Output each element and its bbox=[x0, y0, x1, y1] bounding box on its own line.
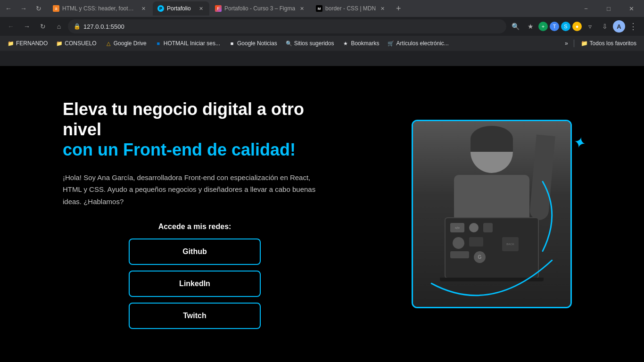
twitch-button[interactable]: Twitch bbox=[129, 303, 261, 329]
nav-refresh-button[interactable]: ↻ bbox=[36, 19, 50, 33]
sparkle-icon: ✦ bbox=[571, 132, 588, 153]
more-options-button[interactable]: ⋮ bbox=[626, 19, 640, 33]
hero-section: Eleva tu negocio digital a otro nivel co… bbox=[63, 99, 581, 329]
maximize-button[interactable]: □ bbox=[598, 0, 619, 17]
extension-yellow-icon[interactable]: ● bbox=[572, 22, 582, 31]
tab-favicon-portafolio: P bbox=[157, 5, 164, 12]
bookmark-label: Sitios sugeridos bbox=[294, 40, 334, 47]
profile-avatar[interactable]: A bbox=[613, 20, 625, 33]
networks-label: Accede a mis redes: bbox=[63, 222, 327, 231]
star-icon: ★ bbox=[342, 40, 349, 47]
new-tab-button[interactable]: + bbox=[392, 2, 405, 15]
more-bookmarks-icon: » bbox=[565, 40, 568, 47]
tab-portafolio[interactable]: P Portafolio ✕ bbox=[153, 1, 209, 16]
nav-back-button[interactable]: ← bbox=[4, 19, 18, 33]
hero-right-content: ✦ </> bbox=[412, 120, 581, 308]
profile-image: </> G BACK bbox=[413, 121, 570, 307]
bookmark-fernando[interactable]: 📁 FERNANDO bbox=[4, 38, 51, 49]
url-field[interactable]: 🔒 127.0.0.1:5500 bbox=[68, 19, 506, 33]
extension-translate-icon[interactable]: T bbox=[550, 22, 559, 31]
back-button[interactable]: ← bbox=[2, 2, 15, 15]
all-favorites-button[interactable]: 📁 Todos los favoritos bbox=[577, 38, 640, 49]
hero-left-content: Eleva tu negocio digital a otro nivel co… bbox=[63, 99, 327, 329]
hero-description: ¡Hola! Soy Ana García, desarrolladora Fr… bbox=[63, 172, 327, 208]
social-buttons-container: Github LinkedIn Twitch bbox=[63, 239, 327, 329]
all-favorites-label: Todos los favoritos bbox=[590, 40, 636, 47]
tab-close-html-css[interactable]: ✕ bbox=[140, 5, 147, 12]
bookmarks-bar: 📁 FERNANDO 📁 CONSUELO △ Google Drive ■ H… bbox=[0, 36, 644, 51]
tab-html-css[interactable]: a HTML y CSS: header, footer y v... ✕ bbox=[48, 1, 152, 16]
forward-button[interactable]: → bbox=[17, 2, 30, 15]
folder-icon: 📁 bbox=[8, 40, 14, 47]
hero-title-white: Eleva tu negocio digital a otro nivel bbox=[63, 99, 304, 139]
tab-title-figma: Portafolio - Curso 3 – Figma bbox=[224, 5, 295, 12]
folder-favorites-icon: 📁 bbox=[581, 40, 588, 47]
tab-favicon-figma: F bbox=[215, 5, 222, 12]
url-text: 127.0.0.1:5500 bbox=[83, 23, 501, 30]
tab-favicon-mdn: M bbox=[316, 5, 322, 12]
bookmark-articulos[interactable]: 🛒 Artículos electrónic... bbox=[384, 38, 452, 49]
bookmark-label: Google Noticias bbox=[237, 40, 277, 47]
tab-figma[interactable]: F Portafolio - Curso 3 – Figma ✕ bbox=[210, 1, 310, 16]
tab-mdn[interactable]: M border - CSS | MDN ✕ bbox=[311, 1, 391, 16]
lock-icon: 🔒 bbox=[74, 23, 81, 30]
extension-green-icon[interactable]: + bbox=[538, 22, 548, 31]
downloads-icon[interactable]: ⇩ bbox=[598, 19, 612, 33]
hero-title-cyan: con un Front-end de calidad! bbox=[63, 140, 296, 159]
refresh-button[interactable]: ↻ bbox=[32, 2, 45, 15]
browser-chrome: ← → ↻ a HTML y CSS: header, footer y v..… bbox=[0, 0, 644, 66]
bookmark-label: Google Drive bbox=[114, 40, 147, 47]
address-bar: ← → ↻ ⌂ 🔒 127.0.0.1:5500 🔍 ★ + T S ● ▿ ⇩… bbox=[0, 17, 644, 36]
folder-icon: 📁 bbox=[56, 40, 63, 47]
hero-title: Eleva tu negocio digital a otro nivel co… bbox=[63, 99, 327, 160]
tab-title-html-css: HTML y CSS: header, footer y v... bbox=[62, 5, 137, 12]
nav-forward-button[interactable]: → bbox=[20, 19, 34, 33]
tab-close-portafolio[interactable]: ✕ bbox=[197, 5, 205, 12]
linkedin-button[interactable]: LinkedIn bbox=[129, 271, 261, 297]
bookmark-google-news[interactable]: ■ Google Noticias bbox=[225, 38, 281, 49]
bookmark-label: HOTMAIL Iniciar ses... bbox=[164, 40, 220, 47]
news-icon: ■ bbox=[229, 40, 235, 47]
shopping-icon: 🛒 bbox=[388, 40, 394, 47]
tab-close-figma[interactable]: ✕ bbox=[298, 5, 305, 12]
extension-skype-icon[interactable]: S bbox=[561, 22, 570, 31]
extensions-icon[interactable]: ▿ bbox=[583, 19, 597, 33]
tab-title-portafolio: Portafolio bbox=[167, 5, 194, 12]
search-icon: 🔍 bbox=[286, 40, 292, 47]
nav-home-button[interactable]: ⌂ bbox=[52, 19, 66, 33]
bookmark-label: Bookmarks bbox=[351, 40, 379, 47]
drive-icon: △ bbox=[105, 40, 112, 47]
tab-title-mdn: border - CSS | MDN bbox=[325, 5, 376, 12]
bookmark-bookmarks[interactable]: ★ Bookmarks bbox=[339, 38, 383, 49]
toolbar-icons: 🔍 ★ + T S ● ▿ ⇩ A ⋮ bbox=[508, 19, 640, 33]
bookmark-hotmail[interactable]: ■ HOTMAIL Iniciar ses... bbox=[151, 38, 224, 49]
hotmail-icon: ■ bbox=[155, 40, 162, 47]
window-controls: − □ ✕ bbox=[575, 0, 642, 17]
page-content: Eleva tu negocio digital a otro nivel co… bbox=[0, 66, 644, 362]
bookmark-label: CONSUELO bbox=[65, 40, 96, 47]
tab-close-mdn[interactable]: ✕ bbox=[379, 5, 386, 12]
bookmark-star-icon[interactable]: ★ bbox=[523, 19, 537, 33]
bookmark-label: FERNANDO bbox=[16, 40, 48, 47]
close-button[interactable]: ✕ bbox=[620, 0, 642, 17]
bookmark-google-drive[interactable]: △ Google Drive bbox=[101, 38, 150, 49]
profile-image-container: </> G BACK bbox=[412, 120, 572, 308]
bookmarks-separator bbox=[574, 40, 574, 47]
minimize-button[interactable]: − bbox=[575, 0, 597, 17]
bookmark-suggested-sites[interactable]: 🔍 Sitios sugeridos bbox=[282, 38, 338, 49]
bookmark-label: Artículos electrónic... bbox=[396, 40, 448, 47]
tab-favicon-html: a bbox=[53, 5, 59, 12]
bookmark-consuelo[interactable]: 📁 CONSUELO bbox=[52, 38, 100, 49]
search-icon[interactable]: 🔍 bbox=[508, 19, 522, 33]
tab-controls: ← → ↻ bbox=[2, 2, 45, 15]
more-bookmarks-button[interactable]: » bbox=[562, 38, 571, 49]
github-button[interactable]: Github bbox=[129, 239, 261, 265]
tab-bar: ← → ↻ a HTML y CSS: header, footer y v..… bbox=[0, 0, 644, 17]
